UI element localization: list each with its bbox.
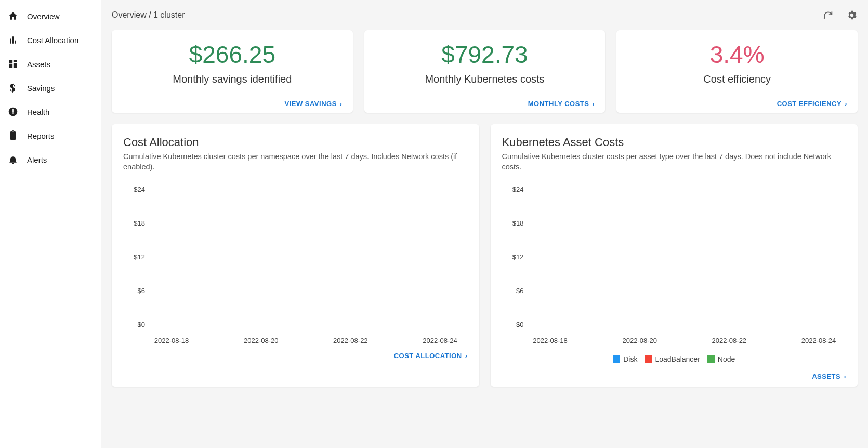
svg-rect-2 (12, 113, 14, 114)
chevron-right-icon: › (593, 100, 595, 108)
y-tick: $6 (516, 287, 523, 295)
x-label: 2022-08-20 (617, 337, 662, 345)
metric-cards-row: $266.25 Monthly savings identified VIEW … (112, 30, 858, 113)
asset-costs-card: Kubernetes Asset Costs Cumulative Kubern… (491, 124, 858, 387)
chart-desc: Cumulative Kubernetes cluster costs per … (123, 151, 468, 173)
chevron-right-icon: › (844, 373, 846, 380)
x-label: 2022-08-22 (328, 337, 373, 345)
sidebar-item-reports[interactable]: Reports (0, 124, 101, 148)
sidebar-item-label: Assets (27, 60, 50, 69)
card-monthly-costs: $792.73 Monthly Kubernetes costs MONTHLY… (364, 30, 606, 113)
main-content: Overview / 1 cluster $266.25 Monthly sav… (101, 0, 868, 448)
x-label: 2022-08-22 (707, 337, 752, 345)
charts-row: Cost Allocation Cumulative Kubernetes cl… (112, 124, 858, 387)
x-label: 2022-08-18 (528, 337, 573, 345)
svg-rect-1 (12, 109, 14, 113)
sidebar-item-alerts[interactable]: Alerts (0, 148, 101, 172)
plot-area (528, 197, 841, 332)
y-tick: $24 (134, 186, 145, 193)
cost-allocation-link[interactable]: COST ALLOCATION › (394, 352, 468, 360)
y-tick: $24 (512, 186, 524, 193)
legend-item-node[interactable]: Node (707, 355, 735, 363)
bell-icon (7, 154, 19, 165)
asset-legend: Disk LoadBalancer Node (502, 355, 847, 363)
sidebar-item-savings[interactable]: Savings (0, 76, 101, 100)
sidebar: Overview Cost Allocation Assets Savings … (0, 0, 101, 448)
sidebar-item-overview[interactable]: Overview (0, 4, 101, 28)
y-tick: $6 (138, 287, 145, 295)
metric-value: 3.4% (710, 42, 765, 68)
y-tick: $18 (134, 219, 145, 227)
card-efficiency: 3.4% Cost efficiency COST EFFICIENCY › (616, 30, 858, 113)
clipboard-icon (7, 130, 19, 141)
alert-circle-icon (7, 106, 19, 117)
sidebar-item-cost-allocation[interactable]: Cost Allocation (0, 28, 101, 52)
metric-value: $792.73 (441, 42, 528, 68)
sidebar-item-label: Health (27, 108, 49, 116)
legend-item-disk[interactable]: Disk (613, 355, 637, 363)
bar-chart-icon (7, 34, 19, 46)
chart-desc: Cumulative Kubernetes cluster costs per … (502, 151, 847, 173)
sidebar-item-health[interactable]: Health (0, 100, 101, 124)
cost-allocation-chart: $0$6$12$18$242022-08-182022-08-192022-08… (149, 197, 463, 342)
x-label: 2022-08-20 (239, 337, 283, 345)
x-label: 2022-08-24 (417, 337, 462, 345)
topbar: Overview / 1 cluster (112, 9, 858, 21)
monthly-costs-link[interactable]: MONTHLY COSTS › (528, 100, 595, 108)
metric-label: Monthly Kubernetes costs (425, 73, 544, 85)
y-tick: $18 (512, 219, 524, 227)
home-icon (7, 10, 19, 22)
chevron-right-icon: › (845, 100, 847, 108)
cost-allocation-card: Cost Allocation Cumulative Kubernetes cl… (112, 124, 479, 387)
view-savings-link[interactable]: VIEW SAVINGS › (284, 100, 342, 108)
y-tick: $12 (134, 253, 145, 261)
plot-area (149, 197, 463, 332)
card-savings: $266.25 Monthly savings identified VIEW … (112, 30, 353, 113)
legend-item-loadbalancer[interactable]: LoadBalancer (645, 355, 700, 363)
gear-icon[interactable] (846, 9, 858, 21)
x-label: 2022-08-24 (796, 337, 841, 345)
chart-title: Cost Allocation (123, 136, 468, 149)
swatch (645, 355, 652, 363)
sidebar-item-label: Overview (27, 12, 60, 21)
swatch (613, 355, 620, 363)
metric-label: Monthly savings identified (173, 73, 292, 85)
top-icons (822, 9, 858, 21)
sidebar-item-assets[interactable]: Assets (0, 52, 101, 76)
sidebar-item-label: Savings (27, 84, 55, 93)
y-tick: $0 (138, 321, 145, 328)
sidebar-item-label: Reports (27, 131, 55, 140)
asset-costs-chart: $0$6$12$18$242022-08-182022-08-192022-08… (528, 197, 841, 342)
cost-efficiency-link[interactable]: COST EFFICIENCY › (777, 100, 847, 108)
chevron-right-icon: › (465, 352, 468, 360)
metric-value: $266.25 (189, 42, 275, 68)
y-tick: $0 (516, 321, 523, 328)
dashboard-icon (7, 58, 19, 70)
metric-label: Cost efficiency (703, 73, 771, 85)
dollar-icon (7, 82, 19, 94)
sidebar-item-label: Alerts (27, 155, 47, 164)
chart-title: Kubernetes Asset Costs (502, 136, 847, 149)
breadcrumb: Overview / 1 cluster (112, 10, 185, 20)
assets-link[interactable]: ASSETS › (812, 373, 846, 380)
refresh-icon[interactable] (822, 9, 834, 21)
sidebar-item-label: Cost Allocation (27, 36, 78, 45)
x-label: 2022-08-18 (149, 337, 194, 345)
chevron-right-icon: › (340, 100, 343, 108)
y-tick: $12 (512, 253, 524, 261)
swatch (707, 355, 715, 363)
